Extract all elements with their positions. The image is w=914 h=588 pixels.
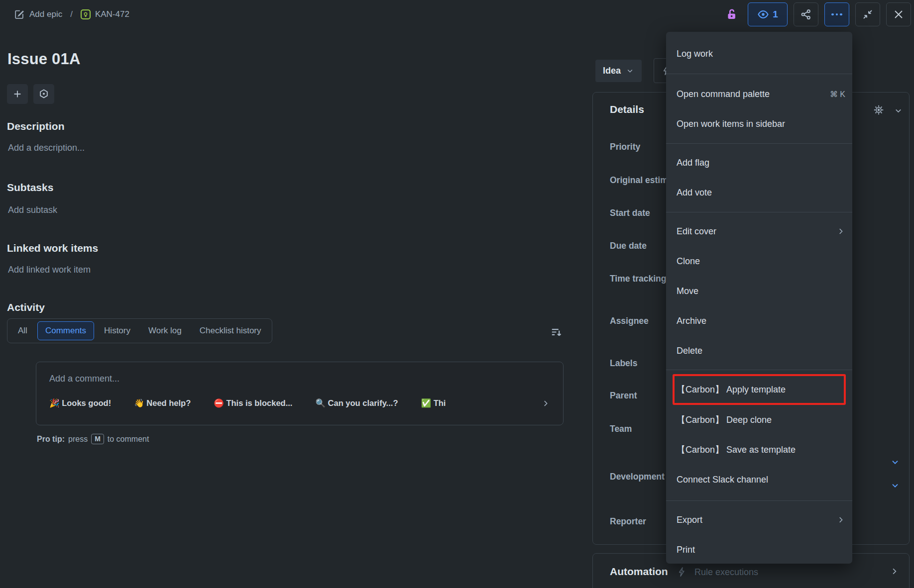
field-labels[interactable]: Labels <box>610 358 637 369</box>
edit-icon <box>14 9 25 20</box>
chip-need-help[interactable]: 👋 Need help? <box>134 398 191 408</box>
topbar: Add epic / KAN-472 1 <box>0 0 914 29</box>
submenu-chevron-right-icon <box>836 515 845 524</box>
plus-icon <box>12 89 23 99</box>
pro-tip-tail: to comment <box>108 435 149 444</box>
field-start-date[interactable]: Start date <box>610 208 650 218</box>
chips-more-button[interactable] <box>541 399 550 408</box>
add-subtask-action[interactable]: Add subtask <box>8 205 57 215</box>
menu-item-export[interactable]: Export <box>666 505 852 535</box>
field-reporter[interactable]: Reporter <box>610 516 646 527</box>
menu-item-edit-cover[interactable]: Edit cover <box>666 216 852 246</box>
idea-type-icon <box>81 9 91 19</box>
breadcrumb: Add epic / KAN-472 <box>14 9 129 20</box>
add-button[interactable] <box>7 84 28 104</box>
details-collapse-chevron-icon[interactable] <box>894 106 903 115</box>
comment-box[interactable]: Add a comment... 🎉 Looks good! 👋 Need he… <box>36 362 564 425</box>
chip-looks-good[interactable]: 🎉 Looks good! <box>49 398 111 408</box>
activity-heading: Activity <box>7 301 45 313</box>
add-epic-button[interactable]: Add epic <box>14 9 62 20</box>
menu-item-print[interactable]: Print <box>666 535 852 564</box>
description-heading: Description <box>7 120 65 132</box>
chevron-right-icon <box>541 399 550 408</box>
menu-item-add-flag[interactable]: Add flag <box>666 148 852 178</box>
field-assignee[interactable]: Assignee <box>610 316 649 326</box>
chevron-down-icon <box>626 67 634 75</box>
menu-item-connect-slack-channel[interactable]: Connect Slack channel <box>666 465 852 494</box>
share-icon <box>800 8 812 20</box>
quick-reply-chips: 🎉 Looks good! 👋 Need help? ⛔ This is blo… <box>49 398 550 408</box>
menu-item-open-command-palette[interactable]: Open command palette ⌘ K <box>666 79 852 109</box>
apps-button[interactable] <box>33 84 54 104</box>
automation-title: Automation <box>610 566 668 578</box>
status-dropdown[interactable]: Idea <box>595 60 642 82</box>
field-development[interactable]: Development <box>610 472 665 482</box>
rule-executions-link[interactable]: Rule executions <box>677 567 758 578</box>
add-linked-item-action[interactable]: Add linked work item <box>8 265 91 275</box>
apps-hexagon-icon <box>38 89 49 99</box>
field-time-tracking[interactable]: Time tracking <box>610 274 666 284</box>
issue-key-link[interactable]: KAN-472 <box>81 9 129 19</box>
field-parent[interactable]: Parent <box>610 391 637 401</box>
menu-item-open-work-items-sidebar[interactable]: Open work items in sidebar <box>666 109 852 139</box>
gear-icon[interactable] <box>873 104 884 115</box>
menu-item-delete[interactable]: Delete <box>666 336 852 366</box>
status-label: Idea <box>603 66 621 76</box>
field-team[interactable]: Team <box>610 424 632 434</box>
topbar-actions: 1 <box>722 2 911 26</box>
field-priority[interactable]: Priority <box>610 142 640 152</box>
page-title: Issue 01A <box>7 50 81 68</box>
eye-icon <box>757 8 769 20</box>
automation-chevron-right-icon[interactable] <box>890 567 899 576</box>
tab-all[interactable]: All <box>10 321 35 340</box>
chip-blocked[interactable]: ⛔ This is blocked... <box>214 398 292 408</box>
field-due-date[interactable]: Due date <box>610 241 647 251</box>
chip-this-truncated[interactable]: ✅ Thi <box>421 398 446 408</box>
tab-comments[interactable]: Comments <box>37 321 94 340</box>
pro-tip-lead: Pro tip: <box>37 435 65 444</box>
share-button[interactable] <box>794 2 818 26</box>
development-expand-chevron-icon-2[interactable] <box>890 481 900 490</box>
pro-tip: Pro tip: press M to comment <box>37 434 149 444</box>
pro-tip-mid: press <box>68 435 88 444</box>
collapse-icon <box>862 8 874 20</box>
tab-work-log[interactable]: Work log <box>140 321 190 340</box>
comment-input-placeholder[interactable]: Add a comment... <box>49 374 550 384</box>
sort-comments-button[interactable] <box>547 323 567 341</box>
menu-item-log-work[interactable]: Log work <box>666 39 852 69</box>
unlock-icon[interactable] <box>722 3 742 26</box>
menu-item-carbon-save-as-template[interactable]: 【Carbon】 Save as template <box>666 435 852 465</box>
description-placeholder[interactable]: Add a description... <box>8 143 85 153</box>
subtasks-heading: Subtasks <box>7 182 53 194</box>
more-actions-menu: Log work Open command palette ⌘ K Open w… <box>666 32 852 564</box>
chip-clarify[interactable]: 🔍 Can you clarify...? <box>315 398 398 408</box>
close-button[interactable] <box>886 2 911 26</box>
watchers-count: 1 <box>773 9 778 20</box>
more-actions-button[interactable] <box>824 2 849 26</box>
submenu-chevron-right-icon <box>836 227 845 236</box>
add-epic-label: Add epic <box>29 9 62 19</box>
menu-item-add-vote[interactable]: Add vote <box>666 178 852 207</box>
menu-item-archive[interactable]: Archive <box>666 306 852 336</box>
issue-view: Add epic / KAN-472 1 <box>0 0 914 588</box>
watchers-button[interactable]: 1 <box>748 2 788 26</box>
quick-add-row <box>7 84 54 104</box>
menu-item-carbon-deep-clone[interactable]: 【Carbon】 Deep clone <box>666 405 852 435</box>
tab-history[interactable]: History <box>96 321 138 340</box>
close-icon <box>893 8 905 20</box>
tab-checklist-history[interactable]: Checklist history <box>192 321 269 340</box>
activity-tabs: All Comments History Work log Checklist … <box>7 318 272 343</box>
collapse-button[interactable] <box>855 2 880 26</box>
menu-item-carbon-apply-template[interactable]: 【Carbon】 Apply template <box>673 374 846 405</box>
linked-items-heading: Linked work items <box>7 242 98 254</box>
issue-key-label: KAN-472 <box>95 9 129 19</box>
ellipsis-icon <box>831 13 842 16</box>
menu-item-clone[interactable]: Clone <box>666 246 852 276</box>
development-expand-chevron-icon[interactable] <box>890 457 900 467</box>
shortcut-cmd-k: ⌘ K <box>830 90 845 99</box>
keycap-m: M <box>91 434 104 444</box>
rule-executions-label: Rule executions <box>694 567 758 578</box>
details-title: Details <box>610 103 644 115</box>
sort-descending-icon <box>550 326 563 339</box>
menu-item-move[interactable]: Move <box>666 276 852 306</box>
